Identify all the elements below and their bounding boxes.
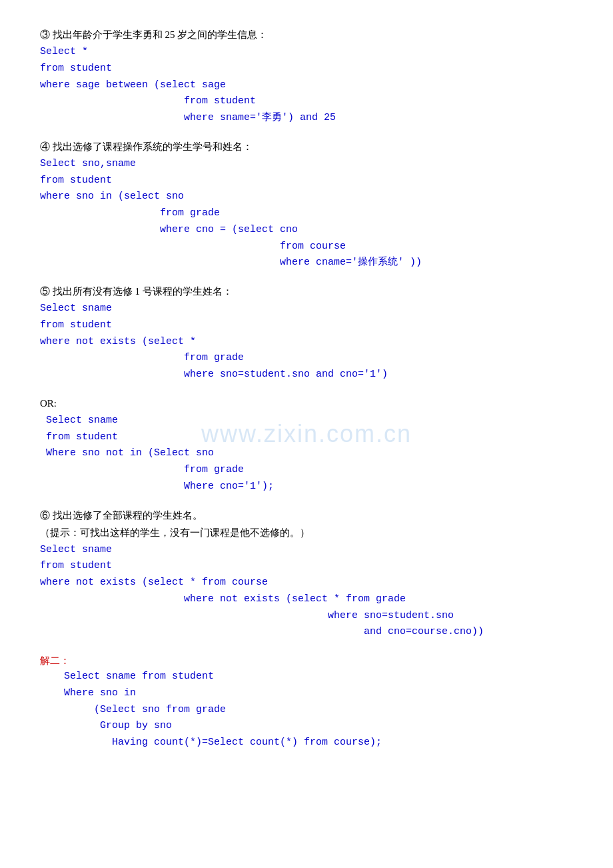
- main-content: ③ 找出年龄介于学生李勇和 25 岁之间的学生信息： Select * from…: [40, 27, 573, 751]
- section-4: ④ 找出选修了课程操作系统的学生学号和姓名： Select sno,sname …: [40, 139, 573, 271]
- section-5-or-code: Select sname from student Where sno not …: [40, 413, 573, 495]
- section-6-code: Select sname from student where not exis…: [40, 542, 573, 641]
- section-5: ⑤ 找出所有没有选修 1 号课程的学生姓名： Select sname from…: [40, 283, 573, 383]
- section-6-title: ⑥ 找出选修了全部课程的学生姓名。: [40, 507, 573, 523]
- section-4-title: ④ 找出选修了课程操作系统的学生学号和姓名：: [40, 139, 573, 155]
- section-3-code: Select * from student where sage between…: [40, 44, 573, 127]
- section-6-sol2: 解二： Select sname from student Where sno …: [40, 653, 573, 751]
- section-3-title: ③ 找出年龄介于学生李勇和 25 岁之间的学生信息：: [40, 27, 573, 43]
- section-6-sol2-code: Select sname from student Where sno in (…: [40, 669, 573, 751]
- section-6-hint: （提示：可找出这样的学生，没有一门课程是他不选修的。）: [40, 525, 573, 541]
- section-5-or-title: OR:: [40, 395, 573, 411]
- section-5-code: Select sname from student where not exis…: [40, 301, 573, 383]
- section-6-sol2-label: 解二：: [40, 653, 573, 669]
- section-5-or: OR: Select sname from student Where sno …: [40, 395, 573, 495]
- section-6: ⑥ 找出选修了全部课程的学生姓名。 （提示：可找出这样的学生，没有一门课程是他不…: [40, 507, 573, 641]
- section-3: ③ 找出年龄介于学生李勇和 25 岁之间的学生信息： Select * from…: [40, 27, 573, 127]
- section-4-code: Select sno,sname from student where sno …: [40, 156, 573, 271]
- section-5-title: ⑤ 找出所有没有选修 1 号课程的学生姓名：: [40, 283, 573, 299]
